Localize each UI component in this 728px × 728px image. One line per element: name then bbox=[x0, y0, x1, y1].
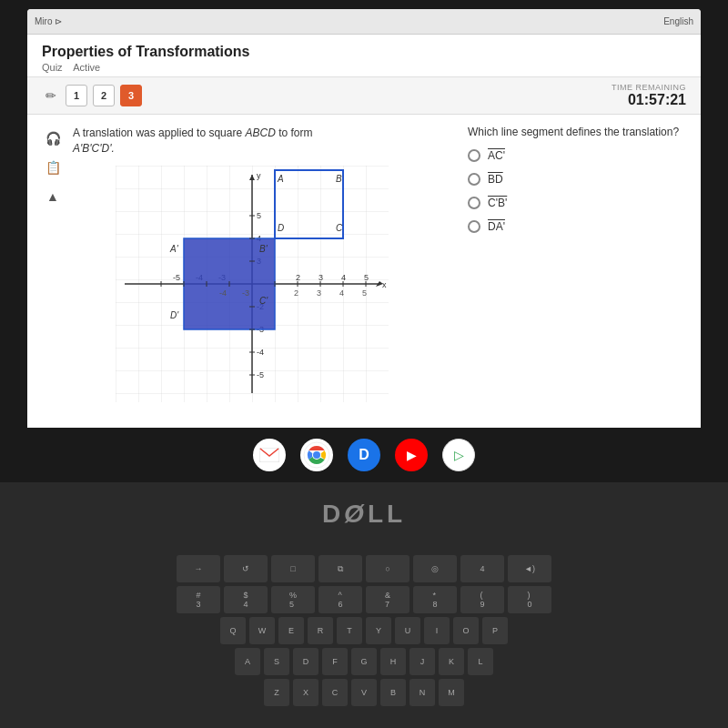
mc-question: Which line segment defines the translati… bbox=[468, 126, 686, 138]
key-bright-up[interactable]: ◎ bbox=[413, 555, 457, 582]
key-l[interactable]: L bbox=[468, 648, 493, 675]
question-btn-3[interactable]: 3 bbox=[120, 85, 142, 106]
key-refresh[interactable]: ↺ bbox=[224, 555, 268, 582]
key-e[interactable]: E bbox=[278, 617, 304, 644]
key-w[interactable]: W bbox=[249, 617, 275, 644]
keyboard-row-asdf: A S D F G H J K L bbox=[18, 648, 710, 675]
key-a[interactable]: A bbox=[235, 648, 260, 675]
key-u[interactable]: U bbox=[395, 617, 420, 644]
svg-text:-5: -5 bbox=[173, 273, 180, 282]
question-line1: A translation was applied to square ABCD… bbox=[73, 126, 312, 139]
option-1[interactable]: AC' bbox=[468, 149, 686, 162]
option-2[interactable]: BD bbox=[468, 173, 686, 186]
svg-point-56 bbox=[313, 451, 320, 459]
key-multiwin[interactable]: ⧉ bbox=[318, 555, 362, 582]
gmail-icon[interactable] bbox=[253, 439, 286, 471]
key-s[interactable]: S bbox=[264, 648, 289, 675]
coordinate-graph: x 5 4 3 2 -3 -4 -5 y bbox=[106, 166, 398, 402]
key-k[interactable]: K bbox=[439, 648, 464, 675]
option-3-label: C'B' bbox=[488, 197, 507, 209]
key-y[interactable]: Y bbox=[366, 617, 391, 644]
left-panel: A translation was applied to square ABCD… bbox=[73, 126, 431, 425]
key-percent5[interactable]: %5 bbox=[271, 586, 315, 613]
quiz-header: Properties of Transformations Quiz Activ… bbox=[27, 35, 701, 77]
key-window[interactable]: □ bbox=[271, 555, 315, 582]
quiz-subtitle: Quiz Active bbox=[42, 62, 686, 73]
key-i[interactable]: I bbox=[424, 617, 450, 644]
dell-area: DØLL bbox=[0, 482, 728, 546]
svg-text:A': A' bbox=[169, 244, 179, 254]
chrome-icon[interactable] bbox=[300, 439, 333, 471]
key-b[interactable]: B bbox=[380, 679, 406, 706]
svg-text:x: x bbox=[382, 280, 387, 289]
play-icon[interactable]: ▷ bbox=[442, 439, 475, 471]
radio-3[interactable] bbox=[468, 197, 480, 209]
svg-text:5: 5 bbox=[364, 273, 369, 282]
svg-text:4: 4 bbox=[339, 288, 344, 298]
radio-2[interactable] bbox=[468, 173, 480, 186]
key-vol-down[interactable]: 4 bbox=[460, 555, 504, 582]
key-m[interactable]: M bbox=[439, 679, 464, 706]
key-c[interactable]: C bbox=[322, 679, 348, 706]
key-o[interactable]: O bbox=[453, 617, 479, 644]
key-hash3[interactable]: #3 bbox=[177, 586, 220, 613]
youtube-icon[interactable]: ▶ bbox=[395, 439, 428, 471]
svg-text:3: 3 bbox=[317, 288, 321, 298]
option-4[interactable]: DA' bbox=[468, 220, 686, 233]
key-arrow[interactable]: → bbox=[177, 555, 220, 582]
key-amp7[interactable]: &7 bbox=[366, 586, 410, 613]
question-btn-1[interactable]: 1 bbox=[66, 85, 87, 106]
key-h[interactable]: H bbox=[380, 648, 406, 675]
key-p[interactable]: P bbox=[482, 617, 508, 644]
key-paren0[interactable]: )0 bbox=[508, 586, 551, 613]
key-dollar4[interactable]: $4 bbox=[224, 586, 268, 613]
key-q[interactable]: Q bbox=[220, 617, 246, 644]
key-caret6[interactable]: ^6 bbox=[318, 586, 362, 613]
side-nav: 🎧 📋 ▲ bbox=[42, 127, 64, 207]
browser-left-label: Miro ⊳ bbox=[35, 16, 62, 26]
key-vol-up[interactable]: ◄) bbox=[508, 555, 551, 582]
dell-logo: DØLL bbox=[322, 500, 406, 529]
browser-right-label: English bbox=[663, 16, 693, 26]
option-4-label: DA' bbox=[488, 220, 505, 233]
question-text: A translation was applied to square ABCD… bbox=[73, 126, 431, 157]
pencil-icon[interactable]: ✏ bbox=[42, 86, 60, 105]
quiz-label: Quiz bbox=[42, 62, 63, 73]
graph-container: x 5 4 3 2 -3 -4 -5 y bbox=[106, 166, 398, 402]
key-f[interactable]: F bbox=[322, 648, 348, 675]
svg-text:5: 5 bbox=[362, 288, 367, 298]
keyboard-area: → ↺ □ ⧉ ○ ◎ 4 ◄) #3 $4 %5 ^6 &7 *8 (9 )0… bbox=[0, 546, 728, 728]
quiz-toolbar: ✏ 1 2 3 TIME REMAINING 01:57:21 bbox=[27, 77, 701, 115]
key-x[interactable]: X bbox=[293, 679, 318, 706]
svg-text:5: 5 bbox=[257, 211, 261, 220]
browser-window: Miro ⊳ English Properties of Transformat… bbox=[27, 9, 701, 473]
arrow-up-icon[interactable]: ▲ bbox=[42, 186, 64, 207]
option-3[interactable]: C'B' bbox=[468, 197, 686, 209]
docs-icon[interactable]: D bbox=[348, 439, 380, 471]
key-r[interactable]: R bbox=[308, 617, 333, 644]
key-d[interactable]: D bbox=[293, 648, 318, 675]
key-g[interactable]: G bbox=[351, 648, 377, 675]
key-star8[interactable]: *8 bbox=[413, 586, 457, 613]
key-z[interactable]: Z bbox=[264, 679, 289, 706]
key-bright-down[interactable]: ○ bbox=[366, 555, 410, 582]
key-t[interactable]: T bbox=[337, 617, 362, 644]
question-line2: A'B'C'D'. bbox=[73, 142, 115, 155]
question-btn-2[interactable]: 2 bbox=[93, 85, 115, 106]
play-letter: ▷ bbox=[454, 448, 464, 462]
svg-text:D: D bbox=[278, 223, 284, 233]
docs-letter: D bbox=[359, 447, 369, 463]
taskbar: D ▶ ▷ bbox=[0, 428, 728, 482]
svg-text:2: 2 bbox=[296, 273, 300, 282]
radio-1[interactable] bbox=[468, 149, 480, 162]
svg-text:-4: -4 bbox=[257, 348, 264, 357]
key-v[interactable]: V bbox=[351, 679, 377, 706]
headphones-icon[interactable]: 🎧 bbox=[42, 127, 64, 149]
calculator-icon[interactable]: 📋 bbox=[42, 157, 64, 178]
radio-4[interactable] bbox=[468, 220, 480, 233]
key-j[interactable]: J bbox=[410, 648, 435, 675]
youtube-play: ▶ bbox=[407, 448, 417, 462]
key-paren9[interactable]: (9 bbox=[460, 586, 504, 613]
active-label: Active bbox=[73, 62, 100, 73]
key-n[interactable]: N bbox=[410, 679, 435, 706]
